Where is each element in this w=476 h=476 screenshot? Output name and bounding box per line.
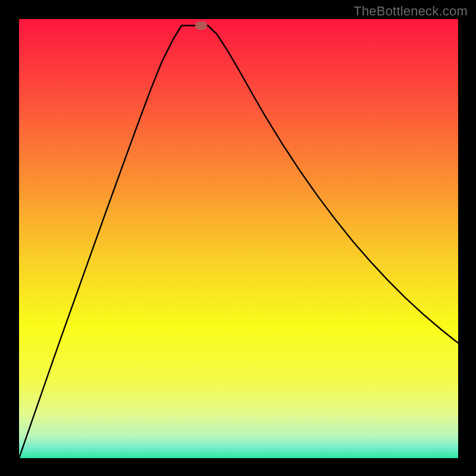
plot-area <box>19 19 458 458</box>
bottleneck-curve <box>19 19 458 458</box>
chart-frame: TheBottleneck.com <box>0 0 476 476</box>
watermark-text: TheBottleneck.com <box>353 4 468 19</box>
optimal-point-marker <box>195 21 207 30</box>
